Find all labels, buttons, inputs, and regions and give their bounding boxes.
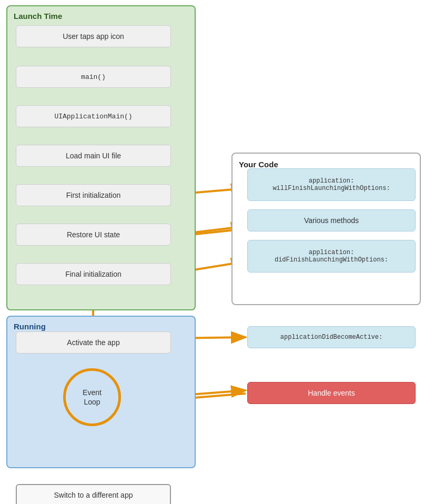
- restore-ui-label: Restore UI state: [67, 230, 120, 239]
- diagram-container: Launch Time Running Your Code User taps …: [0, 0, 434, 504]
- will-finish-box: application:willFinishLaunchingWithOptio…: [247, 168, 416, 201]
- final-init-label: Final initialization: [65, 270, 122, 278]
- activate-app-label: Activate the app: [67, 338, 119, 347]
- your-code-label: Your Code: [239, 160, 413, 169]
- did-finish-box: application:didFinishLaunchingWithOption…: [247, 240, 416, 273]
- event-loop-label: EventLoop: [83, 388, 102, 407]
- handle-events-label: Handle events: [308, 389, 355, 397]
- event-loop-circle: EventLoop: [63, 368, 121, 426]
- handle-events-box: Handle events: [247, 382, 416, 404]
- load-main-ui-box: Load main UI file: [16, 145, 171, 167]
- final-init-box: Final initialization: [16, 263, 171, 285]
- will-finish-label: application:willFinishLaunchingWithOptio…: [272, 177, 390, 192]
- launch-time-label: Launch Time: [12, 11, 190, 22]
- uiapplicationmain-label: UIApplicationMain(): [54, 113, 132, 120]
- running-label: Running: [12, 321, 190, 332]
- user-taps-box: User taps app icon: [16, 25, 171, 47]
- main-box: main(): [16, 66, 171, 88]
- restore-ui-box: Restore UI state: [16, 224, 171, 246]
- switch-app-box: Switch to a different app: [16, 484, 171, 504]
- app-did-become-active-label: applicationDidBecomeActive:: [280, 334, 382, 341]
- switch-app-label: Switch to a different app: [54, 491, 133, 499]
- load-main-ui-label: Load main UI file: [66, 152, 121, 160]
- first-init-box: First initialization: [16, 184, 171, 206]
- main-label: main(): [81, 73, 106, 81]
- user-taps-label: User taps app icon: [63, 32, 124, 41]
- various-methods-box: Various methods: [247, 209, 416, 231]
- app-did-become-active-box: applicationDidBecomeActive:: [247, 326, 416, 348]
- first-init-label: First initialization: [66, 191, 120, 199]
- various-methods-label: Various methods: [304, 216, 359, 225]
- activate-app-box: Activate the app: [16, 331, 171, 354]
- did-finish-label: application:didFinishLaunchingWithOption…: [275, 249, 388, 264]
- uiapplicationmain-box: UIApplicationMain(): [16, 105, 171, 127]
